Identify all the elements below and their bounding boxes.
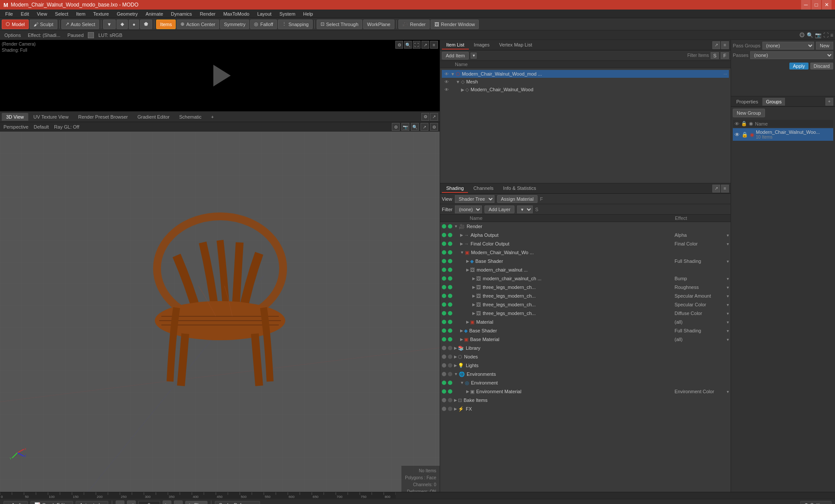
visibility-dot[interactable]: [442, 233, 446, 237]
layer-visibility-dot[interactable]: [448, 242, 452, 246]
snapping-button[interactable]: ⋮ Snapping: [278, 20, 313, 29]
new-group-button[interactable]: New Group: [733, 109, 765, 117]
new-pass-group-button[interactable]: New: [816, 42, 833, 50]
add-item-dropdown-btn[interactable]: ▾: [471, 53, 477, 59]
expand-arrow-icon[interactable]: ▼: [454, 224, 458, 229]
visibility-dot[interactable]: [442, 242, 446, 246]
tab-schematic[interactable]: Schematic: [175, 113, 206, 121]
work-plane-button[interactable]: WorkPlane: [363, 20, 394, 29]
effect-dropdown-icon[interactable]: ▾: [727, 320, 729, 325]
shader-row[interactable]: ▶⚡FX: [440, 405, 731, 413]
expand-arrow-icon[interactable]: ▶: [454, 363, 457, 368]
search-icon[interactable]: 🔍: [807, 32, 813, 38]
item-list-more-btn[interactable]: ≡: [721, 41, 729, 49]
visibility-dot[interactable]: [442, 337, 446, 342]
shape-btn-2[interactable]: ◆: [117, 20, 128, 29]
group-lock-icon[interactable]: 🔒: [741, 132, 748, 138]
shader-row[interactable]: ▶▣Environment MaterialEnvironment Color▾: [440, 387, 731, 396]
shader-row[interactable]: ▶💡Lights: [440, 361, 731, 370]
render-button[interactable]: 🎥 Render: [398, 20, 430, 29]
auto-select-button[interactable]: ↗ Auto Select: [61, 20, 99, 29]
layer-visibility-dot[interactable]: [448, 346, 452, 350]
model-mode-button[interactable]: ⬡ Model: [2, 20, 29, 29]
menu-render[interactable]: Render: [196, 10, 219, 17]
viewport-search-btn[interactable]: 🔍: [411, 123, 419, 131]
viewport-settings-btn[interactable]: ⚙: [392, 123, 400, 131]
symmetry-button[interactable]: Symmetry: [220, 20, 250, 29]
layer-visibility-dot[interactable]: [448, 311, 452, 315]
layer-visibility-dot[interactable]: [448, 398, 452, 402]
cache-deformers-button[interactable]: Cache Deformers: [215, 501, 260, 504]
menu-help[interactable]: Help: [300, 10, 317, 17]
lock-icon[interactable]: [88, 32, 94, 38]
pass-groups-select[interactable]: (none): [762, 42, 814, 50]
menu-dynamics[interactable]: Dynamics: [167, 10, 195, 17]
preview-search-btn[interactable]: 🔍: [404, 41, 412, 49]
expand-arrow-icon[interactable]: ▶: [466, 389, 469, 394]
shader-row[interactable]: ▼🎥Render: [440, 222, 731, 231]
shading-more-btn[interactable]: ≡: [721, 185, 729, 192]
menu-item[interactable]: Item: [73, 10, 89, 17]
close-button[interactable]: ✕: [822, 0, 832, 10]
shader-row[interactable]: ▶→Final Color OutputFinal Color▾: [440, 239, 731, 248]
discard-button[interactable]: Discard: [810, 63, 833, 70]
shader-row[interactable]: ▶→Alpha OutputAlpha▾: [440, 231, 731, 239]
tab-channels[interactable]: Channels: [469, 184, 498, 193]
shader-row[interactable]: ▶📚Library: [440, 344, 731, 352]
goto-end-button[interactable]: ⏭: [174, 501, 183, 504]
tab-uv-texture[interactable]: UV Texture View: [29, 113, 73, 121]
shader-row[interactable]: ▶🖼modern_chair_walnut_ch ...Bump▾: [440, 274, 731, 283]
effect-dropdown-icon[interactable]: ▾: [727, 302, 729, 307]
effect-dropdown-icon[interactable]: ▾: [727, 389, 729, 394]
expand-arrow-icon[interactable]: ▶: [466, 268, 469, 272]
viewport-tab-expand-btn[interactable]: ↗: [430, 113, 438, 121]
goto-start-button[interactable]: ⏮: [116, 501, 124, 504]
maximize-button[interactable]: □: [812, 0, 821, 10]
preview-settings-btn[interactable]: ⚙: [395, 41, 403, 49]
tree-expand-arrow[interactable]: ▶: [461, 87, 464, 92]
audio-button[interactable]: ♪ Audio: [3, 501, 28, 504]
shading-expand-btn[interactable]: ↗: [712, 185, 720, 192]
tab-groups[interactable]: Groups: [762, 98, 785, 106]
expand-arrow-icon[interactable]: ▶: [460, 233, 463, 237]
shape-btn-1[interactable]: ▼: [103, 20, 116, 29]
tree-expand-arrow[interactable]: ▼: [456, 80, 460, 84]
add-layer-type-select[interactable]: ▾: [517, 206, 533, 213]
expand-arrow-icon[interactable]: ▶: [460, 242, 463, 246]
render-window-button[interactable]: 🖼 Render Window: [431, 20, 479, 29]
preview-expand-btn[interactable]: ↗: [421, 41, 429, 49]
expand-arrow-icon[interactable]: ▶: [454, 398, 457, 402]
list-item[interactable]: 👁 ▼ ⬡ Modern_Chair_Walnut_Wood_mod ... ·…: [442, 70, 729, 78]
viewport-3d[interactable]: Perspective Default Ray GL: Off ⚙ 📷 🔍 ↗ …: [0, 122, 440, 492]
menu-edit[interactable]: Edit: [17, 10, 33, 17]
visibility-dot[interactable]: [442, 372, 446, 376]
camera-icon[interactable]: 📷: [815, 32, 822, 38]
layer-visibility-dot[interactable]: [448, 355, 452, 359]
visibility-btn[interactable]: 👁: [444, 86, 450, 93]
menu-animate[interactable]: Animate: [142, 10, 167, 17]
menu-select[interactable]: Select: [51, 10, 72, 17]
expand-arrow-icon[interactable]: ▶: [472, 285, 475, 289]
minimize-button[interactable]: ─: [801, 0, 811, 10]
tab-shading[interactable]: Shading: [442, 184, 468, 193]
layer-visibility-dot[interactable]: [448, 250, 452, 255]
layer-visibility-dot[interactable]: [448, 268, 452, 272]
tab-item-list[interactable]: Item List: [442, 41, 469, 50]
shader-row[interactable]: ▼🌐Environments: [440, 370, 731, 378]
tree-expand-arrow[interactable]: ▼: [451, 72, 455, 76]
filter-select[interactable]: (none): [455, 206, 482, 213]
tab-3d-view[interactable]: 3D View: [2, 113, 28, 121]
layer-visibility-dot[interactable]: [448, 320, 452, 324]
layer-visibility-dot[interactable]: [448, 285, 452, 289]
tab-info-statistics[interactable]: Info & Statistics: [499, 184, 541, 193]
visibility-dot[interactable]: [442, 398, 446, 402]
tab-properties[interactable]: Properties: [733, 98, 762, 106]
shader-row[interactable]: ▶⬡Nodes: [440, 352, 731, 361]
expand-icon[interactable]: ⛶: [823, 32, 828, 38]
visibility-btn[interactable]: 👁: [444, 71, 450, 77]
layer-visibility-dot[interactable]: [448, 294, 452, 298]
shader-row[interactable]: ▶🖼three_legs_modern_ch...Diffuse Color▾: [440, 309, 731, 318]
visibility-dot[interactable]: [442, 276, 446, 281]
menu-layout[interactable]: Layout: [254, 10, 275, 17]
filter-f-btn[interactable]: F: [721, 52, 729, 59]
